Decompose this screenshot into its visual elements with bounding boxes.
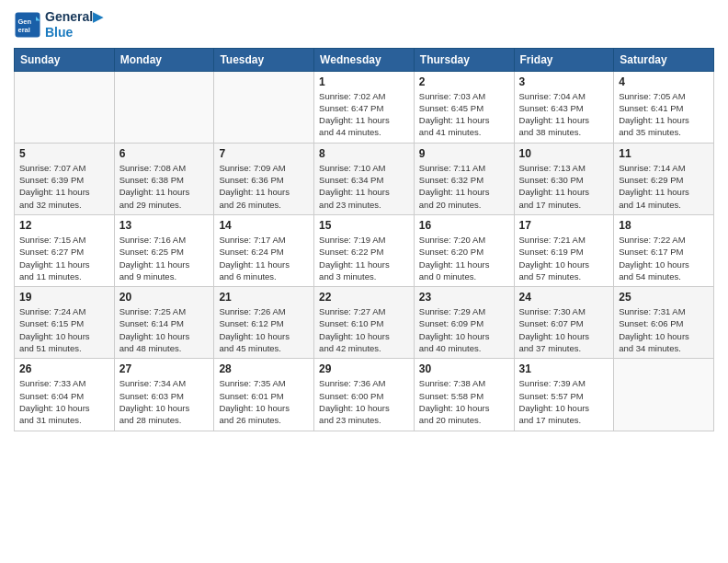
- table-row: 8Sunrise: 7:10 AM Sunset: 6:34 PM Daylig…: [314, 143, 415, 214]
- table-row: 31Sunrise: 7:39 AM Sunset: 5:57 PM Dayli…: [514, 359, 614, 431]
- day-info: Sunrise: 7:07 AM Sunset: 6:39 PM Dayligh…: [19, 162, 109, 211]
- day-info: Sunrise: 7:34 AM Sunset: 6:03 PM Dayligh…: [119, 377, 210, 426]
- day-info: Sunrise: 7:09 AM Sunset: 6:36 PM Dayligh…: [219, 162, 309, 211]
- table-row: 11Sunrise: 7:14 AM Sunset: 6:29 PM Dayli…: [614, 143, 714, 214]
- day-number: 19: [19, 291, 109, 304]
- page: Gen eral General▶ Blue Sunday Monday: [0, 0, 728, 563]
- day-number: 4: [619, 75, 709, 88]
- day-info: Sunrise: 7:38 AM Sunset: 5:58 PM Dayligh…: [419, 377, 509, 426]
- calendar-week-row: 5Sunrise: 7:07 AM Sunset: 6:39 PM Daylig…: [15, 143, 714, 214]
- day-info: Sunrise: 7:39 AM Sunset: 5:57 PM Dayligh…: [519, 377, 609, 426]
- col-monday: Monday: [114, 48, 214, 71]
- day-number: 27: [119, 362, 210, 375]
- day-number: 31: [519, 362, 609, 375]
- col-sunday: Sunday: [15, 48, 115, 71]
- day-number: 14: [219, 219, 309, 232]
- table-row: 9Sunrise: 7:11 AM Sunset: 6:32 PM Daylig…: [414, 143, 514, 214]
- table-row: 7Sunrise: 7:09 AM Sunset: 6:36 PM Daylig…: [214, 143, 314, 214]
- day-number: 26: [19, 362, 109, 375]
- day-info: Sunrise: 7:19 AM Sunset: 6:22 PM Dayligh…: [319, 234, 409, 282]
- day-info: Sunrise: 7:33 AM Sunset: 6:04 PM Dayligh…: [19, 377, 109, 426]
- day-info: Sunrise: 7:17 AM Sunset: 6:24 PM Dayligh…: [219, 234, 309, 282]
- col-thursday: Thursday: [414, 48, 514, 71]
- day-number: 16: [419, 219, 509, 232]
- logo: Gen eral General▶ Blue: [14, 9, 103, 40]
- day-info: Sunrise: 7:29 AM Sunset: 6:09 PM Dayligh…: [419, 305, 509, 354]
- day-number: 17: [519, 219, 609, 232]
- col-tuesday: Tuesday: [214, 48, 314, 71]
- day-number: 25: [619, 291, 709, 304]
- table-row: 30Sunrise: 7:38 AM Sunset: 5:58 PM Dayli…: [414, 359, 514, 431]
- table-row: 22Sunrise: 7:27 AM Sunset: 6:10 PM Dayli…: [314, 287, 415, 359]
- day-number: 2: [419, 75, 509, 88]
- table-row: 15Sunrise: 7:19 AM Sunset: 6:22 PM Dayli…: [314, 214, 415, 286]
- day-number: 28: [219, 362, 309, 375]
- calendar-table: Sunday Monday Tuesday Wednesday Thursday…: [14, 48, 714, 431]
- day-number: 18: [619, 219, 709, 232]
- day-number: 20: [119, 291, 210, 304]
- day-number: 3: [519, 75, 609, 88]
- calendar-week-row: 1Sunrise: 7:02 AM Sunset: 6:47 PM Daylig…: [15, 71, 714, 143]
- day-number: 10: [519, 147, 609, 160]
- col-wednesday: Wednesday: [314, 48, 415, 71]
- table-row: [614, 359, 714, 431]
- day-number: 11: [619, 147, 709, 160]
- logo-name-line1: General▶: [45, 9, 103, 25]
- day-info: Sunrise: 7:27 AM Sunset: 6:10 PM Dayligh…: [319, 305, 409, 354]
- table-row: 28Sunrise: 7:35 AM Sunset: 6:01 PM Dayli…: [214, 359, 314, 431]
- day-info: Sunrise: 7:14 AM Sunset: 6:29 PM Dayligh…: [619, 162, 709, 211]
- day-info: Sunrise: 7:20 AM Sunset: 6:20 PM Dayligh…: [419, 234, 509, 282]
- calendar-week-row: 26Sunrise: 7:33 AM Sunset: 6:04 PM Dayli…: [15, 359, 714, 431]
- col-saturday: Saturday: [614, 48, 714, 71]
- day-info: Sunrise: 7:05 AM Sunset: 6:41 PM Dayligh…: [619, 90, 709, 139]
- table-row: 24Sunrise: 7:30 AM Sunset: 6:07 PM Dayli…: [514, 287, 614, 359]
- day-info: Sunrise: 7:31 AM Sunset: 6:06 PM Dayligh…: [619, 305, 709, 354]
- table-row: 14Sunrise: 7:17 AM Sunset: 6:24 PM Dayli…: [214, 214, 314, 286]
- day-info: Sunrise: 7:21 AM Sunset: 6:19 PM Dayligh…: [519, 234, 609, 282]
- day-number: 21: [219, 291, 309, 304]
- day-info: Sunrise: 7:25 AM Sunset: 6:14 PM Dayligh…: [119, 305, 210, 354]
- day-info: Sunrise: 7:36 AM Sunset: 6:00 PM Dayligh…: [319, 377, 409, 426]
- day-info: Sunrise: 7:15 AM Sunset: 6:27 PM Dayligh…: [19, 234, 109, 282]
- day-info: Sunrise: 7:10 AM Sunset: 6:34 PM Dayligh…: [319, 162, 409, 211]
- svg-text:Gen: Gen: [18, 17, 32, 25]
- day-info: Sunrise: 7:02 AM Sunset: 6:47 PM Dayligh…: [319, 90, 409, 139]
- col-friday: Friday: [514, 48, 614, 71]
- day-info: Sunrise: 7:11 AM Sunset: 6:32 PM Dayligh…: [419, 162, 509, 211]
- table-row: 21Sunrise: 7:26 AM Sunset: 6:12 PM Dayli…: [214, 287, 314, 359]
- day-number: 13: [119, 219, 210, 232]
- day-number: 6: [119, 147, 210, 160]
- day-info: Sunrise: 7:16 AM Sunset: 6:25 PM Dayligh…: [119, 234, 210, 282]
- table-row: [114, 71, 214, 143]
- table-row: [15, 71, 115, 143]
- svg-text:eral: eral: [18, 25, 30, 33]
- table-row: 4Sunrise: 7:05 AM Sunset: 6:41 PM Daylig…: [614, 71, 714, 143]
- day-info: Sunrise: 7:22 AM Sunset: 6:17 PM Dayligh…: [619, 234, 709, 282]
- day-number: 9: [419, 147, 509, 160]
- table-row: 1Sunrise: 7:02 AM Sunset: 6:47 PM Daylig…: [314, 71, 415, 143]
- table-row: 19Sunrise: 7:24 AM Sunset: 6:15 PM Dayli…: [15, 287, 115, 359]
- day-info: Sunrise: 7:04 AM Sunset: 6:43 PM Dayligh…: [519, 90, 609, 139]
- day-info: Sunrise: 7:30 AM Sunset: 6:07 PM Dayligh…: [519, 305, 609, 354]
- day-number: 1: [319, 75, 409, 88]
- table-row: 2Sunrise: 7:03 AM Sunset: 6:45 PM Daylig…: [414, 71, 514, 143]
- table-row: 10Sunrise: 7:13 AM Sunset: 6:30 PM Dayli…: [514, 143, 614, 214]
- day-info: Sunrise: 7:13 AM Sunset: 6:30 PM Dayligh…: [519, 162, 609, 211]
- table-row: 13Sunrise: 7:16 AM Sunset: 6:25 PM Dayli…: [114, 214, 214, 286]
- day-number: 15: [319, 219, 409, 232]
- table-row: 20Sunrise: 7:25 AM Sunset: 6:14 PM Dayli…: [114, 287, 214, 359]
- logo-icon: Gen eral: [14, 11, 41, 39]
- header: Gen eral General▶ Blue: [14, 9, 714, 40]
- table-row: 26Sunrise: 7:33 AM Sunset: 6:04 PM Dayli…: [15, 359, 115, 431]
- day-info: Sunrise: 7:35 AM Sunset: 6:01 PM Dayligh…: [219, 377, 309, 426]
- day-number: 7: [219, 147, 309, 160]
- day-number: 8: [319, 147, 409, 160]
- day-number: 5: [19, 147, 109, 160]
- table-row: 29Sunrise: 7:36 AM Sunset: 6:00 PM Dayli…: [314, 359, 415, 431]
- table-row: 27Sunrise: 7:34 AM Sunset: 6:03 PM Dayli…: [114, 359, 214, 431]
- calendar-week-row: 12Sunrise: 7:15 AM Sunset: 6:27 PM Dayli…: [15, 214, 714, 286]
- day-number: 24: [519, 291, 609, 304]
- table-row: 18Sunrise: 7:22 AM Sunset: 6:17 PM Dayli…: [614, 214, 714, 286]
- table-row: 23Sunrise: 7:29 AM Sunset: 6:09 PM Dayli…: [414, 287, 514, 359]
- logo-name-line2: Blue: [45, 25, 103, 40]
